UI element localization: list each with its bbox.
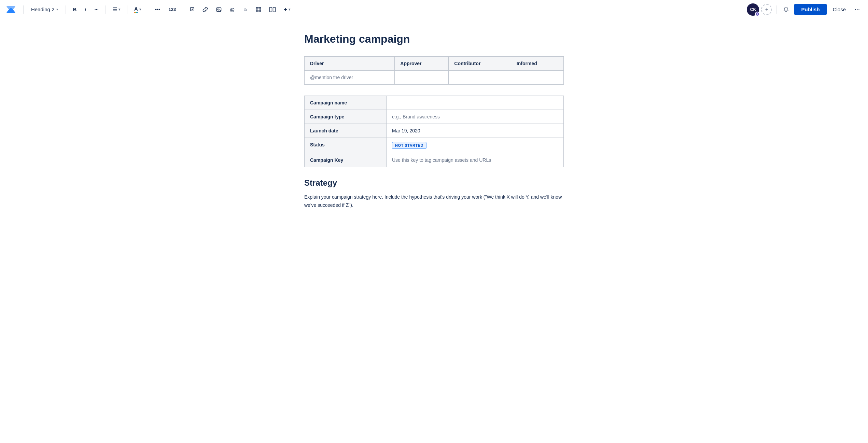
launch-date-value[interactable]: Mar 19, 2020	[387, 124, 564, 138]
daci-cell-contributor[interactable]	[449, 71, 511, 85]
campaign-type-label: Campaign type	[305, 110, 387, 124]
strategy-body[interactable]: Explain your campaign strategy here. Inc…	[304, 193, 564, 210]
layout-button[interactable]	[267, 5, 278, 14]
text-color-button[interactable]: A ▾	[131, 4, 144, 15]
toolbar-divider-4	[127, 5, 127, 14]
image-button[interactable]	[213, 5, 224, 14]
link-button[interactable]	[200, 5, 211, 14]
italic-button[interactable]: I	[82, 4, 89, 14]
toolbar-divider-3	[106, 5, 106, 14]
heading-selector-label: Heading 2	[31, 6, 54, 12]
page-title[interactable]: Marketing campaign	[304, 33, 564, 45]
chevron-down-icon: ▾	[56, 8, 58, 11]
insert-button[interactable]: + ▾	[281, 4, 293, 15]
status-value[interactable]: NOT STARTED	[387, 138, 564, 153]
campaign-key-value[interactable]: Use this key to tag campaign assets and …	[387, 153, 564, 167]
campaign-table: Campaign name Campaign type e.g., Brand …	[304, 96, 564, 167]
publish-button[interactable]: Publish	[794, 4, 826, 15]
toolbar-divider-2	[66, 5, 66, 14]
more-format-button[interactable]: ···	[92, 4, 101, 14]
link-icon	[202, 7, 208, 12]
campaign-name-value[interactable]	[387, 96, 564, 110]
toolbar-divider-5	[148, 5, 148, 14]
toolbar: Heading 2 ▾ B I ··· ☰ ▾ A ▾ ••• 1​2​3	[0, 0, 868, 19]
numbered-list-button[interactable]: 1​2​3	[166, 5, 179, 14]
daci-header-approver: Approver	[395, 57, 449, 71]
daci-header-driver: Driver	[305, 57, 395, 71]
table-row: Campaign name	[305, 96, 564, 110]
layout-icon	[269, 7, 276, 12]
table-row: Status NOT STARTED	[305, 138, 564, 153]
close-button[interactable]: Close	[829, 4, 849, 14]
more-options-button[interactable]: ···	[852, 4, 863, 15]
campaign-name-label: Campaign name	[305, 96, 387, 110]
table-row: Campaign type e.g., Brand awareness	[305, 110, 564, 124]
avatar[interactable]: CK	[747, 3, 759, 16]
mention-button[interactable]: @	[227, 5, 237, 14]
toolbar-divider-7	[776, 5, 776, 14]
status-label: Status	[305, 138, 387, 153]
svg-rect-8	[273, 7, 276, 12]
bullet-list-button[interactable]: •••	[152, 4, 163, 14]
daci-header-contributor: Contributor	[449, 57, 511, 71]
daci-cell-informed[interactable]	[511, 71, 563, 85]
emoji-button[interactable]: ☺	[240, 5, 250, 14]
notification-button[interactable]	[781, 4, 792, 15]
content-area: Marketing campaign Driver Approver Contr…	[284, 19, 584, 237]
campaign-type-value[interactable]: e.g., Brand awareness	[387, 110, 564, 124]
logo[interactable]	[5, 4, 16, 15]
svg-rect-2	[256, 7, 261, 12]
daci-cell-driver[interactable]: @mention the driver	[305, 71, 395, 85]
badge-icon	[756, 13, 759, 15]
daci-table: Driver Approver Contributor Informed @me…	[304, 56, 564, 85]
add-collaborator-button[interactable]: +	[761, 4, 772, 15]
toolbar-divider-1	[23, 5, 24, 14]
launch-date-label: Launch date	[305, 124, 387, 138]
avatar-group: CK +	[747, 3, 772, 16]
campaign-key-label: Campaign Key	[305, 153, 387, 167]
daci-header-informed: Informed	[511, 57, 563, 71]
table-button[interactable]	[253, 5, 264, 14]
svg-rect-7	[270, 7, 272, 12]
heading-selector[interactable]: Heading 2 ▾	[28, 4, 61, 14]
table-row: Campaign Key Use this key to tag campaig…	[305, 153, 564, 167]
bell-icon	[783, 6, 789, 13]
table-icon	[256, 7, 261, 12]
daci-cell-approver[interactable]	[395, 71, 449, 85]
chevron-down-icon-color: ▾	[139, 8, 141, 11]
avatar-badge	[755, 12, 760, 16]
chevron-down-icon-align: ▾	[118, 8, 120, 11]
table-row: Launch date Mar 19, 2020	[305, 124, 564, 138]
task-button[interactable]: ☑	[187, 4, 197, 15]
status-badge[interactable]: NOT STARTED	[392, 142, 426, 149]
align-button[interactable]: ☰ ▾	[110, 4, 123, 15]
strategy-heading: Strategy	[304, 178, 564, 188]
toolbar-divider-6	[183, 5, 183, 14]
bold-button[interactable]: B	[70, 4, 79, 14]
chevron-down-icon-insert: ▾	[289, 8, 290, 11]
image-icon	[216, 7, 222, 12]
